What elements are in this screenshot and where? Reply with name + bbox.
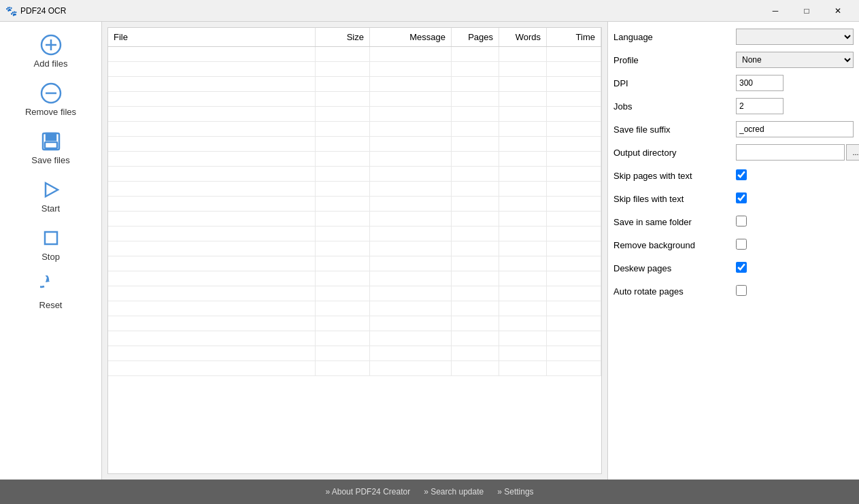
save-same-folder-row: Save in same folder xyxy=(613,212,854,231)
table-row xyxy=(108,212,601,226)
remove-bg-label: Remove background xyxy=(613,240,736,250)
skip-files-checkbox[interactable] xyxy=(736,192,747,203)
table-row xyxy=(108,122,601,137)
close-button[interactable]: ✕ xyxy=(822,0,854,22)
add-files-button[interactable]: Add files xyxy=(7,27,95,75)
table-row xyxy=(108,256,601,271)
language-select[interactable] xyxy=(736,29,854,45)
main-content: Add files Remove files Save files Start xyxy=(0,22,859,480)
table-row xyxy=(108,167,601,182)
deskew-row: Deskew pages xyxy=(613,258,854,278)
add-files-label: Add files xyxy=(34,58,68,69)
deskew-control xyxy=(736,262,854,275)
skip-files-label: Skip files with text xyxy=(613,194,736,204)
profile-select[interactable]: None xyxy=(736,52,854,68)
skip-pages-checkbox[interactable] xyxy=(736,169,747,180)
output-dir-control: ... xyxy=(736,144,859,161)
browse-button[interactable]: ... xyxy=(846,144,859,161)
column-words: Words xyxy=(499,28,547,46)
maximize-button[interactable]: □ xyxy=(791,0,822,22)
settings-panel: Language Profile None DPI Jobs xyxy=(607,22,859,480)
add-files-icon xyxy=(40,34,62,56)
about-link[interactable]: » About PDF24 Creator xyxy=(325,487,410,497)
remove-bg-control xyxy=(736,239,854,252)
output-dir-label: Output directory xyxy=(613,148,736,158)
file-list-header: File Size Message Pages Words Time xyxy=(108,28,601,47)
suffix-input[interactable] xyxy=(736,121,854,137)
profile-row: Profile None xyxy=(613,50,854,69)
column-time: Time xyxy=(547,28,601,46)
table-row xyxy=(108,92,601,107)
reset-icon xyxy=(40,275,62,297)
table-row xyxy=(108,316,601,331)
skip-files-control xyxy=(736,192,854,205)
jobs-row: Jobs xyxy=(613,97,854,116)
suffix-row: Save file suffix xyxy=(613,120,854,139)
sidebar: Add files Remove files Save files Start xyxy=(0,22,102,480)
table-row xyxy=(108,62,601,77)
footer: » About PDF24 Creator » Search update » … xyxy=(0,480,859,504)
save-same-folder-checkbox[interactable] xyxy=(736,216,747,226)
auto-rotate-control xyxy=(736,285,854,298)
auto-rotate-label: Auto rotate pages xyxy=(613,286,736,297)
start-button[interactable]: Start xyxy=(7,172,95,220)
file-list-body[interactable] xyxy=(108,47,601,473)
save-same-folder-label: Save in same folder xyxy=(613,217,736,227)
app-icon: 🐾 xyxy=(5,5,16,16)
dpi-input[interactable] xyxy=(736,75,784,91)
table-row xyxy=(108,361,601,376)
table-row xyxy=(108,331,601,346)
language-control xyxy=(736,29,854,45)
table-row xyxy=(108,301,601,316)
svg-rect-6 xyxy=(46,133,56,140)
svg-rect-7 xyxy=(45,142,57,148)
column-file: File xyxy=(108,28,316,46)
stop-button[interactable]: Stop xyxy=(7,220,95,269)
table-row xyxy=(108,241,601,256)
skip-files-row: Skip files with text xyxy=(613,189,854,208)
table-row xyxy=(108,152,601,167)
column-message: Message xyxy=(370,28,452,46)
deskew-checkbox[interactable] xyxy=(736,262,747,273)
remove-bg-row: Remove background xyxy=(613,235,854,254)
table-row xyxy=(108,271,601,286)
jobs-input[interactable] xyxy=(736,98,784,114)
dpi-label: DPI xyxy=(613,78,736,88)
jobs-control xyxy=(736,98,854,114)
table-row xyxy=(108,47,601,62)
skip-pages-control xyxy=(736,169,854,182)
title-bar: 🐾 PDF24 OCR ─ □ ✕ xyxy=(0,0,859,22)
file-list-container: File Size Message Pages Words Time xyxy=(107,27,602,474)
settings-link[interactable]: » Settings xyxy=(497,487,533,497)
output-dir-input[interactable] xyxy=(736,144,845,161)
stop-label: Stop xyxy=(41,252,60,262)
remove-files-button[interactable]: Remove files xyxy=(7,75,95,124)
svg-rect-9 xyxy=(45,232,57,244)
skip-pages-label: Skip pages with text xyxy=(613,171,736,181)
deskew-label: Deskew pages xyxy=(613,263,736,273)
minimize-button[interactable]: ─ xyxy=(760,0,791,22)
window-controls: ─ □ ✕ xyxy=(760,0,854,22)
table-row xyxy=(108,197,601,212)
dpi-row: DPI xyxy=(613,73,854,93)
save-files-label: Save files xyxy=(31,155,69,165)
output-dir-row: Output directory ... xyxy=(613,143,854,162)
table-row xyxy=(108,286,601,301)
save-files-button[interactable]: Save files xyxy=(7,124,95,172)
language-label: Language xyxy=(613,32,736,42)
save-files-icon xyxy=(40,131,62,152)
remove-files-label: Remove files xyxy=(25,107,76,117)
start-icon xyxy=(40,179,62,201)
suffix-label: Save file suffix xyxy=(613,124,736,135)
auto-rotate-checkbox[interactable] xyxy=(736,285,747,296)
table-row xyxy=(108,107,601,122)
column-pages: Pages xyxy=(452,28,499,46)
reset-button[interactable]: Reset xyxy=(7,269,95,317)
profile-control: None xyxy=(736,52,854,68)
app-title: PDF24 OCR xyxy=(20,6,760,16)
profile-label: Profile xyxy=(613,55,736,65)
remove-bg-checkbox[interactable] xyxy=(736,239,747,250)
auto-rotate-row: Auto rotate pages xyxy=(613,282,854,301)
update-link[interactable]: » Search update xyxy=(424,487,484,497)
svg-marker-8 xyxy=(46,183,58,197)
